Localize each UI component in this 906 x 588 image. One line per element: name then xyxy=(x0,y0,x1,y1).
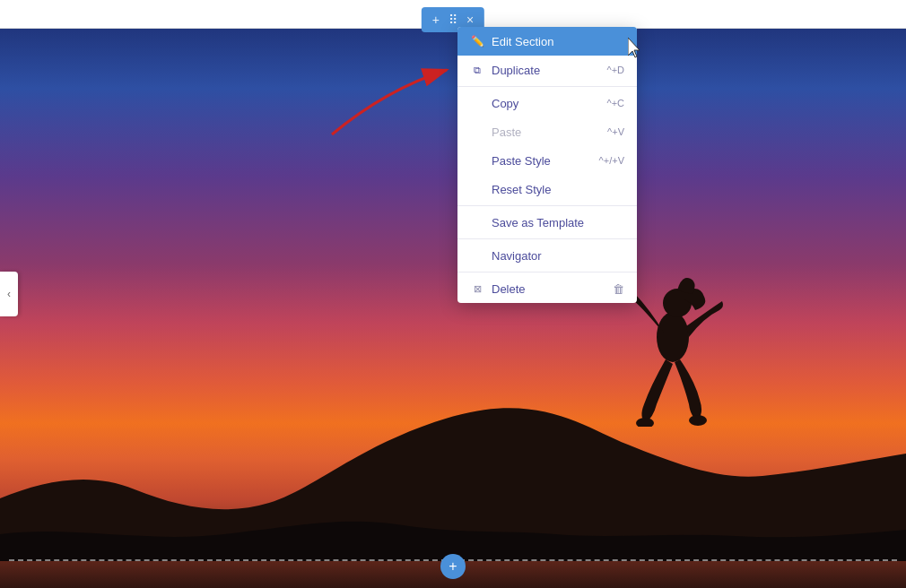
svg-point-0 xyxy=(657,312,689,362)
reset-style-label: Reset Style xyxy=(492,183,551,196)
save-template-icon xyxy=(470,215,484,229)
menu-item-duplicate[interactable]: ⧉ Duplicate ^+D xyxy=(457,56,637,84)
context-menu: ✏️ Edit Section ⧉ Duplicate ^+D Copy ^+C… xyxy=(457,27,637,303)
navigator-label: Navigator xyxy=(492,249,542,263)
delete-icon: ⊠ xyxy=(470,281,484,296)
bottom-add-button[interactable]: + xyxy=(440,554,466,579)
menu-item-edit-section[interactable]: ✏️ Edit Section xyxy=(457,27,637,56)
left-sidebar-toggle[interactable]: ‹ xyxy=(0,272,18,316)
svg-point-3 xyxy=(689,415,707,426)
menu-item-delete[interactable]: ⊠ Delete 🗑 xyxy=(457,274,637,303)
menu-item-copy[interactable]: Copy ^+C xyxy=(457,89,637,117)
duplicate-icon: ⧉ xyxy=(470,63,484,77)
chevron-left-icon: ‹ xyxy=(7,288,11,300)
menu-item-navigator[interactable]: Navigator xyxy=(457,241,637,270)
save-template-label: Save as Template xyxy=(492,216,584,229)
duplicate-label: Duplicate xyxy=(492,64,540,77)
copy-icon xyxy=(470,96,484,110)
divider-1 xyxy=(457,86,637,87)
paste-shortcut: ^+V xyxy=(607,126,624,137)
copy-shortcut: ^+C xyxy=(606,98,624,108)
paste-style-label: Paste Style xyxy=(492,154,551,168)
divider-4 xyxy=(457,272,637,272)
menu-item-paste: Paste ^+V xyxy=(457,117,637,146)
copy-label: Copy xyxy=(492,97,518,110)
edit-section-label: Edit Section xyxy=(492,35,553,48)
delete-label: Delete xyxy=(492,282,526,296)
edit-icon: ✏️ xyxy=(470,34,484,48)
paste-style-icon xyxy=(470,153,484,168)
plus-icon: + xyxy=(449,558,457,575)
reset-style-icon xyxy=(470,182,484,196)
duplicate-shortcut: ^+D xyxy=(606,65,624,75)
divider-2 xyxy=(457,205,637,206)
close-section-button[interactable]: × xyxy=(463,11,477,29)
divider-3 xyxy=(457,238,637,239)
add-section-button[interactable]: + xyxy=(429,11,443,29)
menu-item-reset-style[interactable]: Reset Style xyxy=(457,175,637,203)
paste-label: Paste xyxy=(492,125,521,139)
paste-style-shortcut: ^+/+V xyxy=(599,155,624,166)
paste-icon xyxy=(470,125,484,139)
delete-shortcut: 🗑 xyxy=(613,282,624,296)
svg-point-2 xyxy=(636,418,654,427)
menu-item-paste-style[interactable]: Paste Style ^+/+V xyxy=(457,146,637,175)
hills-silhouette xyxy=(0,337,906,561)
menu-item-save-template[interactable]: Save as Template xyxy=(457,208,637,237)
move-section-button[interactable]: ⠿ xyxy=(445,11,461,29)
navigator-icon xyxy=(470,248,484,263)
